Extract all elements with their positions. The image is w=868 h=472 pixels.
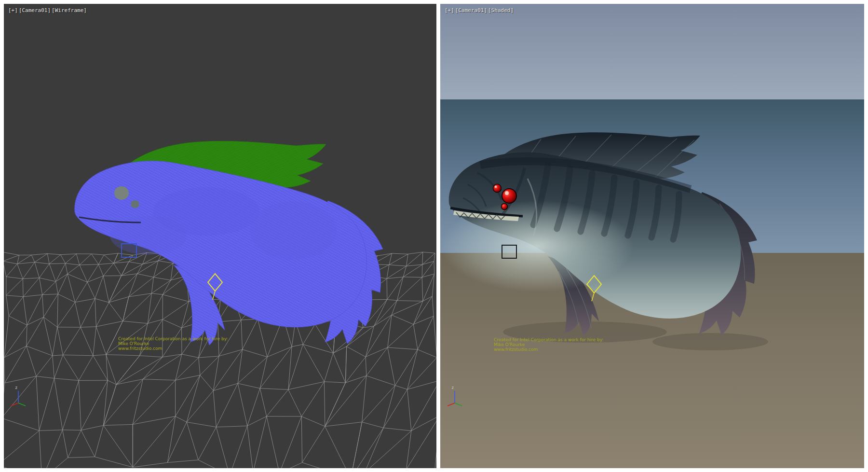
contact-shadow bbox=[652, 333, 768, 350]
wireframe-density-shade bbox=[250, 202, 337, 260]
viewport-general-menu[interactable]: [+] bbox=[8, 7, 18, 14]
viewport-label: [+][Camera01][Wireframe] bbox=[8, 7, 88, 14]
axis-x-line bbox=[11, 403, 18, 406]
axis-z-label: z bbox=[451, 385, 454, 390]
fish-eye bbox=[114, 186, 129, 200]
watermark-credit: Created for Intel Corporation as a work … bbox=[494, 337, 603, 352]
axis-z-label: z bbox=[15, 385, 17, 390]
credit-line-3: www.fritzstudio.com bbox=[494, 347, 603, 352]
world-axis-tripod: z bbox=[445, 385, 464, 407]
fish-model-wireframe[interactable] bbox=[75, 141, 383, 345]
viewport-shading-menu[interactable]: [Shaded] bbox=[488, 7, 514, 14]
fish-model-shaded[interactable] bbox=[441, 132, 757, 336]
credit-line-2: Mike O'Rourke bbox=[494, 342, 603, 347]
axis-y-line bbox=[455, 403, 462, 406]
axis-y-line bbox=[18, 403, 26, 406]
wireframe-scene bbox=[4, 4, 436, 468]
viewport-shading-menu[interactable]: [Wireframe] bbox=[52, 7, 87, 14]
viewport-general-menu[interactable]: [+] bbox=[445, 7, 454, 14]
viewport-pov-menu[interactable]: [Camera01] bbox=[455, 7, 487, 14]
viewport-wireframe[interactable]: [+][Camera01][Wireframe] Created for Int… bbox=[4, 4, 436, 468]
world-axis-tripod: z bbox=[9, 385, 28, 407]
watermark-credit: Created for Intel Corporation as a work … bbox=[118, 336, 228, 351]
axis-x-line bbox=[448, 403, 455, 406]
shaded-scene bbox=[440, 4, 864, 468]
credit-line-2: Mike O'Rourke bbox=[118, 341, 228, 346]
viewport-pov-menu[interactable]: [Camera01] bbox=[19, 7, 51, 14]
credit-line-3: www.fritzstudio.com bbox=[118, 346, 228, 351]
viewport-label: [+][Camera01][Shaded] bbox=[445, 7, 515, 14]
credit-line-1: Created for Intel Corporation as a work … bbox=[494, 337, 603, 342]
fish-eye bbox=[131, 200, 139, 208]
viewport-shaded[interactable]: [+][Camera01][Shaded] Created for Intel … bbox=[440, 4, 864, 468]
credit-line-1: Created for Intel Corporation as a work … bbox=[118, 336, 228, 341]
